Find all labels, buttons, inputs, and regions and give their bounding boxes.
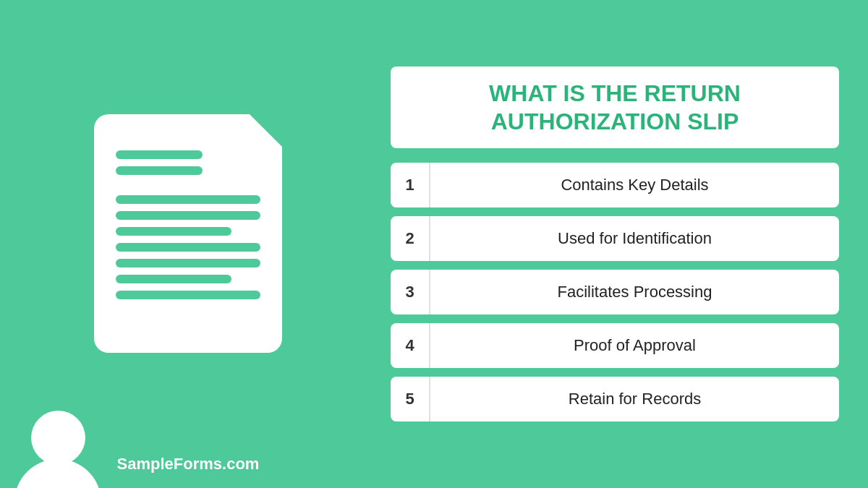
item-number-5: 5	[391, 377, 430, 421]
document-illustration	[87, 107, 289, 353]
item-number-3: 3	[391, 270, 430, 314]
list-item-5: 5 Retain for Records	[391, 377, 839, 421]
item-text-3: Facilitates Processing	[430, 283, 839, 301]
item-number-4: 4	[391, 323, 430, 368]
list-item-4: 4 Proof of Approval	[391, 323, 839, 368]
doc-line-7	[116, 259, 260, 267]
item-text-5: Retain for Records	[430, 390, 839, 408]
doc-line-8	[116, 275, 231, 283]
person-icon	[14, 411, 101, 488]
doc-line-6	[116, 243, 260, 252]
doc-line-2	[116, 166, 203, 175]
doc-line-5	[116, 227, 231, 236]
left-panel: SampleForms.com	[0, 0, 376, 488]
title-line1: WHAT IS THE RETURN	[489, 80, 741, 106]
brand-label: SampleForms.com	[117, 455, 260, 474]
person-body	[14, 459, 101, 488]
corner-fold	[242, 107, 282, 147]
main-container: SampleForms.com WHAT IS THE RETURN AUTHO…	[0, 0, 868, 488]
doc-line-1	[116, 150, 203, 159]
list-item-1: 1 Contains Key Details	[391, 163, 839, 207]
title-box: WHAT IS THE RETURN AUTHORIZATION SLIP	[391, 67, 839, 148]
item-number-1: 1	[391, 163, 430, 207]
doc-line-3	[116, 195, 260, 204]
right-panel: WHAT IS THE RETURN AUTHORIZATION SLIP 1 …	[376, 0, 868, 488]
item-text-4: Proof of Approval	[430, 336, 839, 355]
list-item-2: 2 Used for Identification	[391, 216, 839, 261]
doc-line-9	[116, 291, 260, 299]
item-number-2: 2	[391, 216, 430, 261]
title-line2: AUTHORIZATION SLIP	[491, 108, 739, 134]
title-text: WHAT IS THE RETURN AUTHORIZATION SLIP	[412, 80, 817, 135]
doc-line-4	[116, 211, 260, 220]
document-body	[94, 114, 282, 353]
item-text-2: Used for Identification	[430, 229, 839, 248]
person-head	[31, 411, 85, 465]
item-text-1: Contains Key Details	[430, 176, 839, 194]
list-item-3: 3 Facilitates Processing	[391, 270, 839, 314]
